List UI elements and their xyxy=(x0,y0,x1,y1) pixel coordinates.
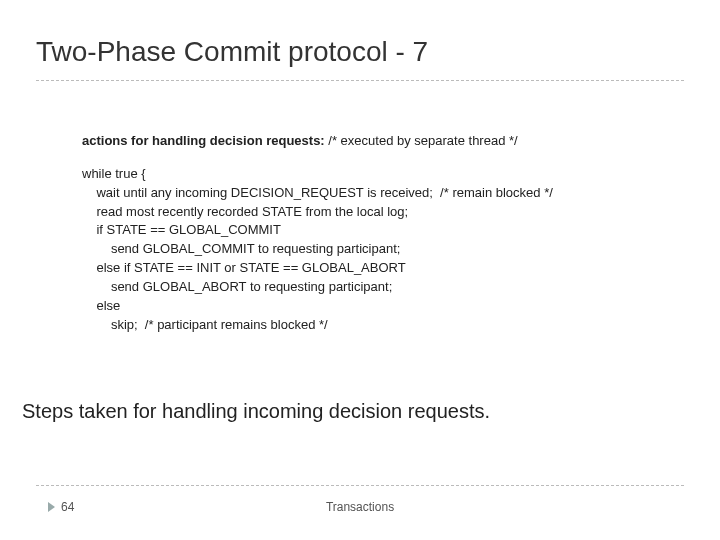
steps-caption: Steps taken for handling incoming decisi… xyxy=(22,400,490,423)
actions-label: actions for handling decision requests: xyxy=(82,133,325,148)
actions-comment: /* executed by separate thread */ xyxy=(325,133,518,148)
body-content: actions for handling decision requests: … xyxy=(82,132,680,334)
title-divider xyxy=(36,80,684,81)
footer-label: Transactions xyxy=(0,500,720,514)
actions-heading: actions for handling decision requests: … xyxy=(82,132,680,151)
page-title: Two-Phase Commit protocol - 7 xyxy=(36,36,428,68)
pseudocode-block: while true { wait until any incoming DEC… xyxy=(82,165,680,335)
footer-divider xyxy=(36,485,684,486)
slide: Two-Phase Commit protocol - 7 actions fo… xyxy=(0,0,720,540)
